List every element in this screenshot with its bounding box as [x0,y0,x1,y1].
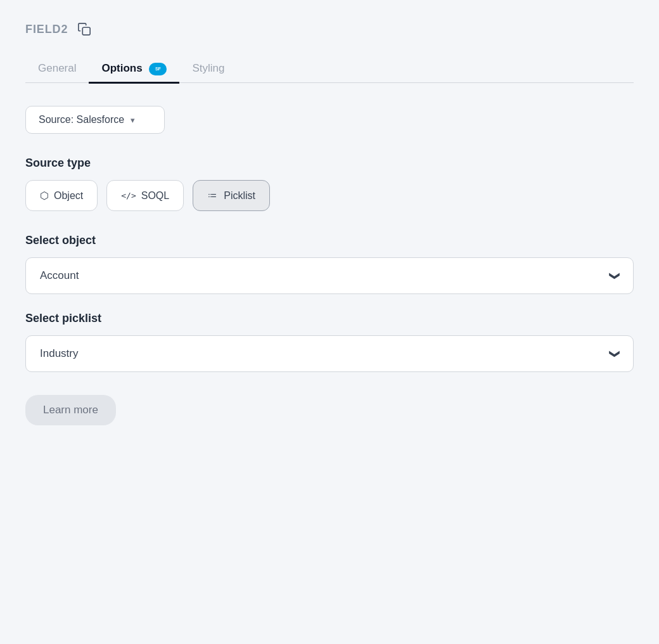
select-object-section: Select object Account ❯ [25,234,634,294]
source-type-object-button[interactable]: ⬡ Object [25,180,98,211]
source-dropdown-label: Source: Salesforce [39,114,124,126]
source-type-object-label: Object [54,190,83,202]
tabs-bar: General Options SF Styling [25,56,634,83]
svg-rect-0 [83,27,91,35]
chevron-down-icon: ❯ [609,272,621,280]
source-type-soql-button[interactable]: </> SOQL [106,180,184,211]
select-picklist-dropdown[interactable]: Industry ❯ [25,335,634,372]
source-type-buttons: ⬡ Object </> SOQL ⩴ Picklist [25,180,634,211]
source-type-label: Source type [25,157,634,170]
tab-styling[interactable]: Styling [179,56,237,83]
learn-more-button[interactable]: Learn more [25,395,116,425]
source-type-soql-label: SOQL [141,190,169,202]
options-panel: FIELD2 General Options SF Styling Source… [0,0,659,644]
salesforce-badge-icon: SF [149,63,167,75]
select-object-label: Select object [25,234,634,247]
source-dropdown[interactable]: Source: Salesforce ▾ [25,106,165,134]
picklist-icon: ⩴ [207,189,219,202]
source-type-picklist-button[interactable]: ⩴ Picklist [193,180,270,211]
select-picklist-section: Select picklist Industry ❯ [25,312,634,372]
chevron-down-icon: ▾ [131,115,135,125]
soql-icon: </> [121,191,136,200]
tab-general[interactable]: General [25,56,89,83]
select-object-dropdown[interactable]: Account ❯ [25,257,634,294]
field-header: FIELD2 [25,20,634,38]
copy-icon[interactable] [75,20,93,38]
tab-options[interactable]: Options SF [89,56,179,84]
select-picklist-label: Select picklist [25,312,634,325]
chevron-down-icon: ❯ [609,350,621,358]
select-object-value: Account [40,269,79,282]
object-icon: ⬡ [40,190,49,202]
select-picklist-value: Industry [40,347,78,360]
field-title: FIELD2 [25,23,68,36]
source-type-picklist-label: Picklist [224,190,255,202]
